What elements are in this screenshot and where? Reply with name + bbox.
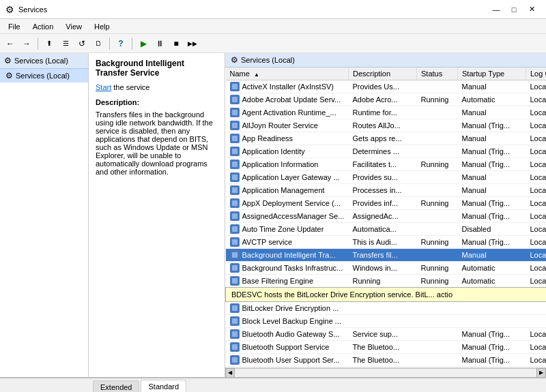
service-name-text: AppX Deployment Service (... [242, 199, 341, 207]
service-icon [230, 211, 240, 221]
table-row[interactable]: Background Intelligent Tra...Transfers f… [226, 249, 547, 262]
service-icon [230, 303, 240, 313]
table-row[interactable]: Adobe Acrobat Update Serv...Adobe Acro..… [226, 93, 547, 106]
sidebar-icon: ⚙ [4, 56, 12, 65]
close-button[interactable]: ✕ [523, 3, 541, 16]
col-header-desc[interactable]: Description [349, 67, 417, 80]
sidebar-header: ⚙ Services (Local) [0, 53, 88, 69]
titlebar-controls[interactable]: — □ ✕ [487, 3, 541, 16]
service-startup-cell: Manual (Trig... [458, 354, 526, 367]
menu-view[interactable]: View [60, 21, 87, 32]
up-button[interactable]: ⬆ [42, 36, 57, 51]
service-name-cell: Application Management [226, 184, 349, 197]
minimize-button[interactable]: — [487, 3, 505, 16]
service-status-cell: Running [417, 158, 458, 171]
hscroll-right-button[interactable]: ▶ [536, 368, 546, 378]
service-name-text: Bluetooth Support Service [242, 343, 330, 351]
table-row[interactable]: Base Filtering EngineRunningRunningAutom… [226, 275, 547, 288]
hscroll-left-button[interactable]: ◀ [225, 368, 235, 378]
service-name-text: Bluetooth User Support Ser... [242, 356, 340, 364]
service-desc-cell: Transfers fil... [349, 249, 417, 262]
showhide-button[interactable]: ☰ [58, 36, 73, 51]
horizontal-scrollbar[interactable]: ◀ ▶ [225, 367, 546, 377]
service-name-cell: Bluetooth Support Service [226, 341, 349, 354]
service-icon [230, 263, 240, 273]
detail-description-text: Transfers files in the background using … [96, 110, 218, 176]
service-name-cell: Bluetooth Audio Gateway S... [226, 328, 349, 341]
service-status-cell: Running [417, 262, 458, 275]
service-logon-cell: Local Sy... [526, 249, 547, 262]
service-icon [230, 160, 240, 169]
table-row[interactable]: Application ManagementProcesses in...Man… [226, 184, 547, 197]
table-row[interactable]: AVCTP serviceThis is Audi...RunningManua… [226, 236, 547, 249]
run-button[interactable]: ▶ [136, 36, 151, 51]
toolbar-sep-3 [132, 37, 132, 50]
col-header-startup[interactable]: Startup Type [458, 67, 526, 80]
services-table[interactable]: Name ▲ Description Status Startup Type L… [225, 67, 546, 367]
tab-standard[interactable]: Standard [141, 380, 186, 392]
table-row[interactable]: Agent Activation Runtime_...Runtime for.… [226, 106, 547, 119]
service-icon [230, 134, 240, 143]
sidebar-item-services-local[interactable]: ⚙ Services (Local) [0, 69, 88, 82]
table-row[interactable]: Application Layer Gateway ...Provides su… [226, 171, 547, 184]
service-logon-cell: Local Se... [526, 171, 547, 184]
table-row[interactable]: Application InformationFacilitates t...R… [226, 158, 547, 171]
service-desc-cell: Provides su... [349, 171, 417, 184]
table-row[interactable]: AssignedAccessManager Se...AssignedAc...… [226, 210, 547, 223]
pause-button[interactable]: ⏸ [152, 36, 167, 51]
service-desc-cell: Running [349, 275, 417, 288]
service-name-cell: Application Identity [226, 145, 349, 158]
table-row[interactable]: BitLocker Drive Encryption ... [226, 302, 547, 315]
col-header-logon[interactable]: Log On [526, 67, 547, 80]
table-row[interactable]: Bluetooth Audio Gateway S...Service sup.… [226, 328, 547, 341]
service-name-cell: Agent Activation Runtime_... [226, 106, 349, 119]
table-row[interactable]: Application IdentityDetermines ...Manual… [226, 145, 547, 158]
refresh-button[interactable]: ↺ [74, 36, 89, 51]
main-area: ⚙ Services (Local) ⚙ Services (Local) Ba… [0, 53, 546, 377]
service-status-cell [417, 145, 458, 158]
service-desc-cell: Provides inf... [349, 197, 417, 210]
service-name-text: Agent Activation Runtime_... [242, 108, 336, 117]
back-button[interactable]: ← [3, 36, 18, 51]
col-header-status[interactable]: Status [417, 67, 458, 80]
service-name-text: Adobe Acrobat Update Serv... [242, 95, 341, 104]
table-row[interactable]: Bluetooth Support ServiceThe Bluetoo...M… [226, 341, 547, 354]
service-name-cell: AppX Deployment Service (... [226, 197, 349, 210]
hscroll-track[interactable] [235, 368, 536, 378]
service-icon [230, 316, 240, 326]
table-row[interactable]: Bluetooth User Support Ser...The Bluetoo… [226, 354, 547, 367]
col-header-name[interactable]: Name ▲ [226, 67, 349, 80]
menubar: File Action View Help [0, 19, 546, 34]
menu-action[interactable]: Action [27, 21, 59, 32]
menu-file[interactable]: File [3, 21, 26, 32]
table-row[interactable]: Block Level Backup Engine ... [226, 315, 547, 328]
help-button[interactable]: ? [113, 36, 128, 51]
service-icon [230, 172, 240, 182]
table-row[interactable]: Background Tasks Infrastruc...Windows in… [226, 262, 547, 275]
sidebar-header-label: Services (Local) [14, 57, 68, 65]
services-list-table: Name ▲ Description Status Startup Type L… [225, 67, 546, 367]
service-logon-cell [526, 315, 547, 328]
maximize-button[interactable]: □ [505, 3, 523, 16]
tab-extended[interactable]: Extended [93, 380, 139, 392]
toolbar-sep-1 [38, 37, 38, 50]
stop-button[interactable]: ■ [169, 36, 184, 51]
forward-button[interactable]: → [19, 36, 34, 51]
table-row[interactable]: AllJoyn Router ServiceRoutes AllJo...Man… [226, 119, 547, 132]
table-row[interactable]: ActiveX Installer (AxInstSV)Provides Us.… [226, 80, 547, 93]
detail-service-name: Background Intelligent Transfer Service [96, 59, 218, 78]
service-startup-cell: Manual (Trig... [458, 119, 526, 132]
export-button[interactable]: 🗋 [91, 36, 106, 51]
detail-panel: Background Intelligent Transfer Service … [89, 53, 225, 377]
menu-help[interactable]: Help [89, 21, 115, 32]
service-status-cell [417, 302, 458, 315]
table-row[interactable]: Auto Time Zone UpdaterAutomatica...Disab… [226, 223, 547, 236]
detail-start-link[interactable]: Start [96, 83, 111, 91]
table-row[interactable]: App ReadinessGets apps re...ManualLocal … [226, 132, 547, 145]
service-name-cell: Application Information [226, 158, 349, 171]
service-desc-cell [349, 302, 417, 315]
service-logon-cell: Local Sy... [526, 262, 547, 275]
service-status-cell [417, 132, 458, 145]
table-row[interactable]: AppX Deployment Service (...Provides inf… [226, 197, 547, 210]
restart-button[interactable]: ▶▶ [185, 36, 200, 51]
